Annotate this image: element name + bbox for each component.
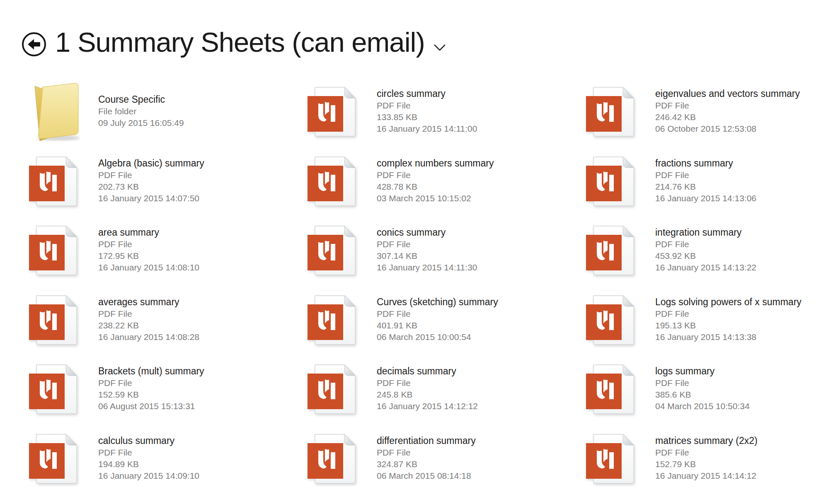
file-tile[interactable]: Algebra (basic) summary PDF File 202.73 …	[26, 146, 305, 216]
file-tile[interactable]: calculus summary PDF File 194.89 KB 16 J…	[26, 424, 305, 493]
file-size: 238.22 KB	[98, 320, 199, 331]
file-name: fractions summary	[655, 157, 756, 169]
folder-icon	[26, 81, 80, 141]
file-tile[interactable]: integration summary PDF File 453.92 KB 1…	[583, 215, 821, 285]
file-size: 324.87 KB	[377, 458, 476, 470]
file-tile[interactable]: Logs solving powers of x summary PDF Fil…	[583, 285, 821, 354]
pdf-file-icon	[26, 428, 80, 488]
file-date: 06 October 2015 12:53:08	[655, 123, 800, 135]
file-date: 16 January 2015 14:13:38	[655, 331, 802, 343]
file-size: 307.14 KB	[377, 250, 477, 262]
file-name: integration summary	[655, 227, 756, 239]
pdf-file-icon	[583, 151, 637, 211]
file-details: complex numbers summary PDF File 428.78 …	[377, 157, 494, 204]
file-details: matrices summary (2x2) PDF File 152.79 K…	[655, 435, 758, 482]
file-details: Course Specific File folder 09 July 2015…	[98, 94, 184, 129]
pdf-file-icon	[26, 151, 80, 211]
file-date: 06 August 2015 15:13:31	[98, 400, 204, 412]
file-size: 133.85 KB	[377, 111, 477, 123]
pdf-file-icon	[26, 220, 80, 280]
file-date: 16 January 2015 14:07:50	[98, 193, 204, 204]
file-details: integration summary PDF File 453.92 KB 1…	[655, 227, 756, 273]
file-name: matrices summary (2x2)	[655, 435, 758, 447]
title-dropdown[interactable]: 1 Summary Sheets (can email)	[55, 23, 446, 61]
file-tile[interactable]: eigenvalues and vectors summary PDF File…	[583, 77, 821, 146]
file-date: 16 January 2015 14:09:10	[98, 470, 199, 482]
file-details: Brackets (mult) summary PDF File 152.59 …	[98, 365, 204, 412]
file-details: Curves (sketching) summary PDF File 401.…	[377, 296, 498, 343]
file-date: 16 January 2015 14:08:28	[98, 331, 199, 343]
file-details: fractions summary PDF File 214.76 KB 16 …	[655, 157, 756, 204]
file-kind: PDF File	[377, 308, 498, 320]
pdf-file-icon	[26, 289, 80, 350]
file-kind: PDF File	[655, 308, 802, 320]
file-name: complex numbers summary	[377, 157, 494, 169]
file-kind: PDF File	[98, 169, 204, 181]
pdf-file-icon	[583, 289, 637, 350]
file-details: differentiation summary PDF File 324.87 …	[377, 435, 476, 482]
file-tile[interactable]: averages summary PDF File 238.22 KB 16 J…	[26, 285, 305, 354]
file-details: Logs solving powers of x summary PDF Fil…	[655, 296, 802, 343]
file-grid: Course Specific File folder 09 July 2015…	[26, 77, 821, 493]
back-button[interactable]	[22, 32, 46, 56]
file-date: 04 March 2015 10:50:34	[655, 400, 750, 412]
file-size: 195.13 KB	[655, 320, 802, 331]
file-size: 152.79 KB	[655, 458, 758, 470]
pdf-file-icon	[305, 81, 358, 141]
file-details: circles summary PDF File 133.85 KB 16 Ja…	[377, 88, 477, 135]
file-kind: PDF File	[655, 377, 750, 389]
file-date: 16 January 2015 14:08:10	[98, 262, 199, 273]
pdf-file-icon	[583, 359, 637, 419]
file-name: Brackets (mult) summary	[98, 365, 204, 377]
file-tile[interactable]: logs summary PDF File 385.6 KB 04 March …	[583, 354, 821, 424]
file-date: 16 January 2015 14:11:00	[377, 123, 477, 135]
file-tile[interactable]: Course Specific File folder 09 July 2015…	[26, 77, 305, 146]
file-kind: PDF File	[98, 239, 199, 250]
file-tile[interactable]: Brackets (mult) summary PDF File 152.59 …	[26, 354, 305, 424]
file-name: area summary	[98, 227, 199, 239]
file-size: 202.73 KB	[98, 181, 204, 193]
header: 1 Summary Sheets (can email)	[0, 0, 821, 70]
file-name: calculus summary	[98, 435, 199, 447]
file-tile[interactable]: Curves (sketching) summary PDF File 401.…	[305, 285, 583, 354]
file-name: Logs solving powers of x summary	[655, 296, 802, 308]
pdf-file-icon	[583, 428, 637, 488]
file-tile[interactable]: matrices summary (2x2) PDF File 152.79 K…	[583, 424, 821, 493]
file-details: decimals summary PDF File 245.8 KB 16 Ja…	[377, 365, 478, 412]
file-size: 453.92 KB	[655, 250, 756, 262]
chevron-down-icon	[434, 44, 446, 51]
file-tile[interactable]: differentiation summary PDF File 324.87 …	[305, 424, 583, 493]
back-arrow-icon	[27, 37, 41, 51]
file-name: Curves (sketching) summary	[377, 296, 498, 308]
file-date: 06 March 2015 08:14:18	[377, 470, 476, 482]
file-tile[interactable]: decimals summary PDF File 245.8 KB 16 Ja…	[305, 354, 583, 424]
file-size: 245.8 KB	[377, 389, 478, 400]
file-kind: PDF File	[377, 169, 494, 181]
file-date: 16 January 2015 14:12:12	[377, 400, 478, 412]
pdf-file-icon	[305, 220, 358, 280]
file-date: 03 March 2015 10:15:02	[377, 193, 494, 204]
file-tile[interactable]: complex numbers summary PDF File 428.78 …	[305, 146, 583, 216]
pdf-file-icon	[305, 359, 358, 419]
file-tile[interactable]: circles summary PDF File 133.85 KB 16 Ja…	[305, 77, 583, 146]
file-name: averages summary	[98, 296, 199, 308]
pdf-file-icon	[583, 81, 637, 141]
file-size: 194.89 KB	[98, 458, 199, 470]
file-size: 172.95 KB	[98, 250, 199, 262]
file-name: differentiation summary	[377, 435, 476, 447]
page-title: 1 Summary Sheets (can email)	[55, 23, 425, 61]
file-kind: PDF File	[98, 377, 204, 389]
file-tile[interactable]: area summary PDF File 172.95 KB 16 Janua…	[26, 215, 305, 285]
file-tile[interactable]: conics summary PDF File 307.14 KB 16 Jan…	[305, 215, 583, 285]
file-tile[interactable]: fractions summary PDF File 214.76 KB 16 …	[583, 146, 821, 216]
file-details: logs summary PDF File 385.6 KB 04 March …	[655, 365, 750, 412]
file-size: 428.78 KB	[377, 181, 494, 193]
file-size: 401.91 KB	[377, 320, 498, 331]
file-kind: File folder	[98, 106, 184, 117]
file-date: 16 January 2015 14:13:22	[655, 262, 756, 273]
file-kind: PDF File	[377, 239, 477, 250]
file-details: averages summary PDF File 238.22 KB 16 J…	[98, 296, 199, 343]
pdf-file-icon	[26, 359, 80, 419]
file-name: Algebra (basic) summary	[98, 157, 204, 169]
file-date: 16 January 2015 14:14:12	[655, 470, 758, 482]
